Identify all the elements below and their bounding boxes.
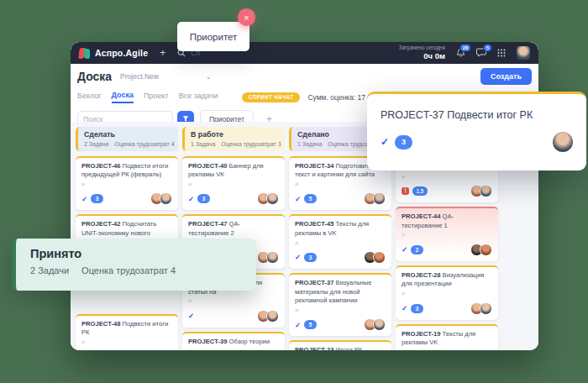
task-title: Обзор теории (229, 338, 270, 345)
app-window: Аспро.Agile + Сп Затрачено сегодня 0ч 0м… (71, 42, 538, 350)
board-select-value: Project.New (120, 72, 159, 81)
description-icon: ≡ (295, 240, 386, 247)
avatar (480, 244, 492, 256)
check-icon: ✓ (81, 196, 87, 203)
task-card[interactable]: PROJECT-37 Визуальные материалы для ново… (289, 273, 391, 336)
check-icon: ✓ (295, 322, 301, 329)
task-id: PROJECT-46 (81, 162, 120, 170)
task-id: PROJECT-48 (81, 320, 120, 328)
description-icon: ≡ (402, 349, 492, 350)
task-id: PROJECT-39 (188, 338, 227, 345)
appbar: Аспро.Agile + Сп Затрачено сегодня 0ч 0м… (71, 42, 538, 64)
column-count: 1 Задача (297, 141, 322, 147)
callout-count: 2 Задачи (30, 265, 69, 275)
priority-tooltip: Приоритет (177, 22, 249, 51)
tab-board[interactable]: Доска (112, 91, 134, 103)
column-header: В работе 1 ЗадачаОценка трудозатрат 3 (182, 127, 285, 151)
description-icon: ≡ (402, 174, 492, 181)
description-icon: ≡ (81, 339, 172, 346)
points-badge: 5 (304, 194, 317, 203)
task-card[interactable]: PROJECT-45 Тексты для рекламы в VK ≡ ✓3 (289, 214, 391, 269)
column-count: 2 Задачи (84, 141, 108, 147)
check-icon: ✓ (381, 137, 389, 147)
close-icon[interactable]: × (238, 8, 255, 26)
brand-logo-icon (79, 48, 90, 59)
add-button[interactable]: + (160, 48, 165, 58)
board-select[interactable]: Project.New ⌄ (120, 72, 212, 81)
avatar (266, 192, 279, 205)
description-icon: ≡ (188, 181, 279, 188)
callout-title: Принято (30, 247, 256, 260)
sprint-status-badge: СПРИНТ НАЧАТ (242, 92, 301, 102)
points-badge: 3 (411, 304, 423, 313)
apps-grid-icon[interactable] (497, 49, 506, 57)
accepted-callout: Принято 2 Задачи Оценка трудозатрат 4 (12, 239, 256, 291)
time-label: Затрачено сегодня (399, 45, 445, 51)
messages-icon[interactable]: 5 (476, 48, 486, 57)
messages-badge: 5 (483, 44, 492, 52)
brand-name: Аспро.Agile (95, 48, 148, 58)
notifications-bell-icon[interactable]: 28 (456, 48, 465, 58)
avatar (373, 251, 386, 264)
description-icon: ≡ (295, 307, 386, 314)
check-icon: ✓ (295, 196, 301, 203)
chevron-down-icon: ⌄ (206, 73, 212, 81)
column-title: Сделать (84, 130, 172, 139)
task-id: PROJECT-19 (402, 330, 440, 338)
tab-all-tasks[interactable]: Все задачи (179, 92, 218, 102)
check-icon: ✓ (402, 246, 407, 254)
avatar (480, 185, 492, 197)
deadline-icon: ! (402, 187, 409, 195)
column-estimate: Оценка трудозатрат 4 (114, 141, 174, 147)
task-id: PROJECT-44 (402, 212, 440, 220)
avatar (266, 310, 279, 323)
avatar (160, 192, 172, 205)
task-id: PROJECT-47 (188, 220, 227, 228)
column-count: 1 Задача (191, 141, 215, 147)
avatar (373, 318, 386, 331)
points-badge: 3 (91, 194, 103, 203)
column-header: Сделать 2 ЗадачиОценка трудозатрат 4 (76, 127, 178, 151)
task-id: PROJECT-45 (295, 220, 333, 228)
description-icon: ≡ (81, 181, 172, 188)
points-badge: 3 (197, 194, 210, 203)
task-id: PROJECT-40 (188, 162, 227, 170)
description-icon: ≡ (402, 291, 492, 297)
avatar (373, 192, 386, 205)
avatar (553, 132, 573, 152)
callout-estimate: Оценка трудозатрат 4 (81, 265, 176, 275)
tab-project[interactable]: Проект (144, 92, 169, 102)
time-tracker: Затрачено сегодня 0ч 0м (399, 45, 445, 61)
task-card-highlighted[interactable]: PROJECT-44 QA-тестирование 1 ≡ ✓2 (396, 207, 498, 261)
create-button[interactable]: Создать (480, 68, 532, 85)
task-card[interactable]: PROJECT-28 Визуализация для презентации … (396, 265, 498, 320)
avatar (266, 251, 279, 264)
tab-backlog[interactable]: Беклог (77, 92, 102, 102)
task-card[interactable]: PROJECT-46 Подвести итоги предыдущей РК … (76, 156, 178, 211)
column-title: В работе (191, 130, 279, 139)
task-popup[interactable]: PROJECT-37 Подвести итог РК ✓ 3 (367, 92, 586, 171)
user-avatar[interactable] (517, 46, 530, 60)
points-badge: 5 (304, 320, 317, 329)
description-icon: ≡ (402, 232, 492, 239)
bell-badge: 28 (459, 44, 471, 52)
column-estimate: Оценка трудозатрат 3 (221, 141, 281, 147)
task-card[interactable]: PROJECT-48 Подвести итоги РК ≡ ✓2 (76, 314, 178, 350)
task-card[interactable]: PROJECT-23 Итоги РК ≡ ✓5 (289, 340, 391, 350)
points-badge: 3 (395, 135, 412, 150)
points-badge: 2 (411, 245, 423, 254)
popup-task-title: PROJECT-37 Подвести итог РК (381, 109, 573, 121)
task-id: PROJECT-28 (402, 271, 440, 279)
task-card[interactable]: PROJECT-40 Баннер для рекламы VK ≡ ✓3 (182, 156, 285, 211)
task-id: PROJECT-42 (81, 220, 120, 228)
points-badge: 1.5 (412, 186, 428, 196)
check-icon: ✓ (188, 312, 194, 320)
task-card[interactable]: PROJECT-19 Тексты для рекламы VK ≡ ✓5 (396, 324, 498, 351)
avatar (480, 302, 492, 315)
description-icon: ≡ (295, 181, 386, 188)
task-id: PROJECT-23 (295, 346, 333, 350)
page-title: Доска (77, 70, 112, 83)
task-id: PROJECT-34 (295, 162, 333, 170)
task-title: Итоги РК (336, 346, 363, 350)
task-card[interactable]: PROJECT-39 Обзор теории ≡ ✓3 (182, 332, 285, 350)
